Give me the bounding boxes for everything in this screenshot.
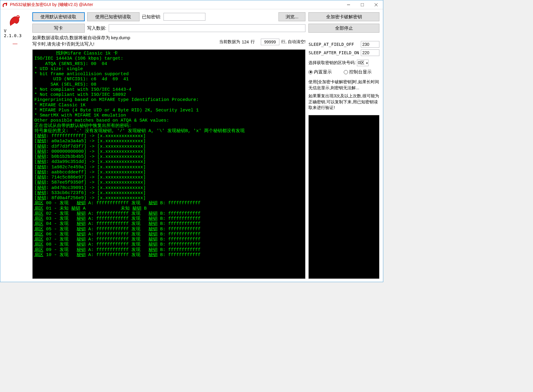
svg-point-0 [6,3,7,4]
read-default-key-button[interactable]: 使用默认密钥读取 [32,12,85,21]
version-label: V 2.1.0.3 [4,28,26,38]
current-data-suffix: 行 [251,39,255,45]
current-data-prefix: 当前数据为 [219,39,240,45]
current-data-lines: 124 [242,40,249,44]
left-column: 使用默认密钥读取 使用已知密钥读取 已知密钥: 浏览... 写卡 写入数据: 如… [32,12,306,279]
svg-point-6 [17,16,18,17]
block-select[interactable]: 0区 ▾ [357,60,369,66]
block-select-row: 选择获取密钥的区块号码: 0区 ▾ [308,60,379,66]
sleep-off-label: SLEEP_AT_FIELD_OFF [308,42,359,47]
block-select-label: 选择获取密钥的区块号码: [308,60,356,66]
info-text-1: 使用[全加密卡破解密钥]时,如果长时间无信息显示,则密钥无法解... [308,79,379,91]
svg-rect-2 [361,3,364,6]
svg-point-7 [18,16,19,17]
known-key-label: 已知密钥: [142,14,161,20]
known-key-input[interactable] [163,13,205,21]
sleep-on-input[interactable] [361,49,379,56]
dash-icon: — [13,41,17,46]
worm-icon [7,12,22,27]
radio-console-display[interactable]: 控制台显示 [344,69,372,75]
radio-console-label: 控制台显示 [349,69,372,75]
minimize-button[interactable] [342,0,355,9]
maximize-button[interactable] [355,0,369,9]
console-output[interactable]: 找到Mifare Classic 1k 卡 ISO/IEC 14443A (10… [32,49,306,279]
browse-button[interactable]: 浏览... [278,12,305,21]
sleep-on-label: SLEEP_AFTER_FIELD_ON [308,50,359,55]
content-area: V 2.1.0.3 — 使用默认密钥读取 使用已知密钥读取 已知密钥: 浏览..… [0,9,383,282]
hint-text-1: 如果数据读取成功,数据将被自动保存为 key.dump [32,34,216,41]
app-window: PN532破解全加密GUI by (蛐蛐V2.0) @iArter V 2.1.… [0,0,383,282]
chevron-down-icon: ▾ [366,61,368,65]
close-button[interactable] [369,0,383,9]
write-row: 写卡 写入数据: [32,24,306,33]
sleep-off-row: SLEEP_AT_FIELD_OFF [308,41,379,48]
display-mode-row: 内置显示 控制台显示 [308,69,379,75]
titlebar: PN532破解全加密GUI by (蛐蛐V2.0) @iArter [0,0,383,9]
radio-unchecked-icon [344,70,348,74]
hint-text-2: 写卡时,请先读卡!否则无法写入! [32,41,216,47]
radio-checked-icon [308,70,313,74]
stop-all-button[interactable]: 全部停止 [308,24,379,33]
window-title: PN532破解全加密GUI by (蛐蛐V2.0) @iArter [10,2,342,7]
logo-area: V 2.1.0.3 — [4,12,26,279]
radio-internal-display[interactable]: 内置显示 [308,69,332,75]
auto-clear-label: 行, 自动清空! [281,39,306,45]
svg-point-5 [16,15,20,19]
auto-clear-input[interactable] [261,39,279,45]
crack-all-button[interactable]: 全加密卡破解密钥 [308,12,379,21]
info-text-2: 如果重复出现3次及以上次数,很可能为正确密钥,可以复制下来,用已知密钥读取来进行… [308,93,379,111]
right-column: 全加密卡破解密钥 全部停止 SLEEP_AT_FIELD_OFF SLEEP_A… [308,12,379,279]
right-output-panel[interactable] [308,115,379,279]
write-card-button[interactable]: 写卡 [32,24,85,33]
write-data-label: 写入数据: [87,25,106,31]
block-select-value: 0区 [358,60,364,66]
app-icon [2,2,8,8]
hint-row: 如果数据读取成功,数据将被自动保存为 key.dump 写卡时,请先读卡!否则无… [32,34,306,47]
top-button-row: 使用默认密钥读取 使用已知密钥读取 已知密钥: 浏览... [32,12,306,21]
radio-internal-label: 内置显示 [314,69,332,75]
sleep-on-row: SLEEP_AFTER_FIELD_ON [308,49,379,56]
sleep-off-input[interactable] [361,41,379,48]
write-data-input[interactable] [109,24,306,32]
read-known-key-button[interactable]: 使用已知密钥读取 [87,12,140,21]
